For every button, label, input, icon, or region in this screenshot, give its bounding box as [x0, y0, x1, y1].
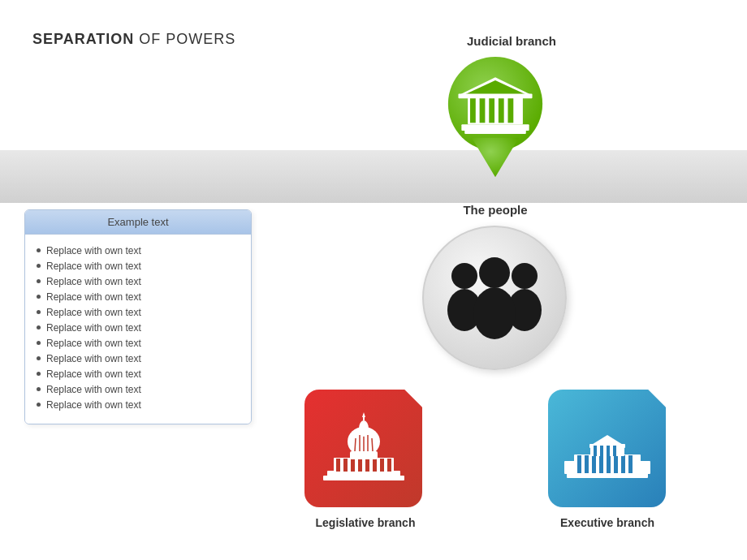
people-label: The people — [434, 203, 556, 217]
svg-rect-42 — [577, 455, 581, 473]
title-rest: OF POWERS — [134, 31, 235, 47]
bullet-dot — [37, 295, 41, 299]
list-item: Replace with own text — [37, 274, 240, 289]
example-text-box: Example text Replace with own textReplac… — [24, 209, 252, 424]
list-item-text: Replace with own text — [46, 261, 141, 272]
title-bold: SEPARATION — [32, 31, 134, 47]
bullet-dot — [37, 387, 41, 391]
judicial-pin-icon — [443, 55, 548, 181]
svg-rect-53 — [594, 446, 597, 456]
people-icon — [442, 249, 547, 347]
svg-rect-20 — [323, 476, 404, 480]
svg-rect-6 — [480, 94, 486, 123]
list-item-text: Replace with own text — [46, 291, 141, 303]
example-list: Replace with own textReplace with own te… — [37, 243, 240, 412]
svg-rect-9 — [508, 94, 514, 123]
list-item-text: Replace with own text — [46, 384, 141, 395]
svg-rect-55 — [607, 446, 610, 456]
list-item: Replace with own text — [37, 397, 240, 412]
list-item: Replace with own text — [37, 381, 240, 397]
gray-band — [0, 150, 747, 203]
svg-rect-45 — [599, 455, 603, 473]
svg-rect-27 — [373, 459, 377, 472]
svg-point-18 — [473, 287, 516, 339]
svg-rect-57 — [564, 461, 577, 474]
svg-rect-21 — [334, 458, 394, 472]
svg-rect-3 — [464, 130, 526, 134]
list-item-text: Replace with own text — [46, 307, 141, 318]
svg-rect-23 — [343, 459, 348, 472]
list-item: Replace with own text — [37, 366, 240, 381]
svg-rect-49 — [628, 455, 633, 473]
svg-line-32 — [355, 438, 356, 451]
svg-rect-25 — [358, 459, 362, 472]
svg-rect-12 — [458, 93, 532, 98]
svg-rect-48 — [621, 455, 625, 473]
svg-rect-7 — [489, 94, 494, 123]
bullet-dot — [37, 310, 41, 314]
bullet-dot — [37, 248, 41, 252]
svg-marker-1 — [472, 138, 519, 177]
legislative-icon — [304, 390, 422, 507]
example-box-header: Example text — [25, 210, 251, 235]
executive-icon — [548, 390, 666, 507]
svg-rect-56 — [613, 446, 616, 456]
list-item: Replace with own text — [37, 335, 240, 351]
svg-rect-44 — [592, 455, 596, 473]
svg-rect-54 — [600, 446, 603, 456]
executive-building-icon — [563, 404, 652, 493]
bullet-dot — [37, 341, 41, 345]
list-item: Replace with own text — [37, 289, 240, 304]
svg-line-36 — [372, 438, 373, 451]
list-item: Replace with own text — [37, 320, 240, 335]
bullet-dot — [37, 356, 41, 360]
svg-point-15 — [512, 263, 538, 289]
svg-point-17 — [479, 257, 510, 288]
example-box-body: Replace with own textReplace with own te… — [25, 235, 251, 424]
svg-rect-28 — [380, 459, 384, 472]
judicial-label: Judicial branch — [438, 34, 585, 48]
bullet-dot — [37, 403, 41, 407]
svg-rect-8 — [499, 94, 504, 123]
svg-rect-43 — [585, 455, 589, 473]
bullet-dot — [37, 279, 41, 283]
svg-rect-5 — [470, 94, 476, 123]
list-item-text: Replace with own text — [46, 353, 141, 364]
list-item: Replace with own text — [37, 351, 240, 366]
list-item-text: Replace with own text — [46, 322, 141, 334]
svg-rect-22 — [336, 459, 340, 472]
svg-rect-29 — [387, 459, 391, 472]
svg-rect-24 — [351, 459, 355, 472]
list-item-text: Replace with own text — [46, 245, 141, 256]
svg-point-37 — [359, 420, 369, 437]
svg-rect-2 — [461, 124, 529, 131]
svg-rect-47 — [614, 455, 618, 473]
legislative-label: Legislative branch — [300, 516, 430, 529]
list-item-text: Replace with own text — [46, 399, 141, 411]
svg-rect-58 — [637, 461, 650, 474]
bullet-dot — [37, 264, 41, 268]
people-circle — [422, 226, 567, 370]
bullet-dot — [37, 372, 41, 376]
bullet-dot — [37, 325, 41, 330]
svg-point-13 — [451, 263, 477, 289]
list-item: Replace with own text — [37, 304, 240, 320]
page-title: SEPARATION OF POWERS — [32, 31, 235, 48]
list-item: Replace with own text — [37, 243, 240, 258]
list-item-text: Replace with own text — [46, 368, 141, 380]
svg-rect-26 — [365, 459, 369, 472]
svg-rect-46 — [607, 455, 611, 473]
legislative-building-icon — [319, 404, 408, 493]
list-item-text: Replace with own text — [46, 276, 141, 287]
executive-label: Executive branch — [542, 516, 672, 529]
list-item: Replace with own text — [37, 258, 240, 274]
svg-marker-39 — [362, 412, 365, 417]
list-item-text: Replace with own text — [46, 338, 141, 349]
